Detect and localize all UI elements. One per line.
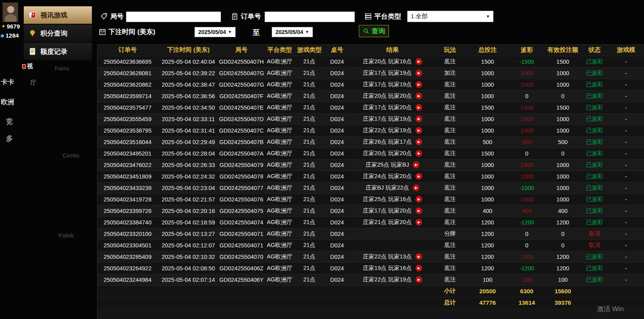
subtotal-row: 小计20500630015600 bbox=[97, 285, 644, 297]
play-type-cell: 底注 bbox=[434, 251, 466, 262]
replay-icon[interactable]: ▶ bbox=[415, 173, 422, 180]
bet-cell: 1500 bbox=[466, 102, 509, 113]
replay-icon[interactable]: ▶ bbox=[413, 161, 419, 168]
background-fragment: 厅 bbox=[30, 79, 36, 87]
date-from-picker[interactable]: 2025/05/04 ▼ bbox=[194, 27, 236, 37]
order-cell: 250504023599714 bbox=[97, 90, 158, 102]
summary-cell bbox=[295, 285, 323, 297]
round-cell: GD02425504074 bbox=[219, 216, 264, 228]
replay-icon[interactable]: ▶ bbox=[415, 207, 422, 214]
result-text: 庄家26点 玩家17点 bbox=[363, 139, 412, 145]
summary-cell bbox=[97, 285, 158, 297]
replay-icon[interactable]: ▶ bbox=[415, 70, 422, 76]
valid-bet-cell: 1500 bbox=[544, 102, 581, 113]
replay-icon[interactable]: ▶ bbox=[415, 81, 422, 88]
table-cell: D024 bbox=[323, 171, 351, 182]
play-type-cell: 底注 bbox=[434, 159, 466, 171]
table-row: 2505040235997142025-05-04 02:36:56GD0242… bbox=[97, 90, 644, 102]
table-body: 2505040236366952025-05-04 02:40:04GD0242… bbox=[97, 56, 644, 285]
game-cell: 21点 bbox=[295, 239, 323, 251]
sidebar-item-points-query[interactable]: 积分查询 bbox=[24, 25, 92, 42]
platform-list-icon bbox=[364, 13, 372, 20]
game-cell: 21点 bbox=[295, 159, 323, 171]
table-row: 2505040235387952025-05-04 02:31:41GD0242… bbox=[97, 125, 644, 136]
bet-cell: 1500 bbox=[466, 56, 509, 67]
result-cell bbox=[351, 239, 434, 251]
diamond-icon bbox=[28, 29, 37, 38]
blue-balance: ◆ 1284 bbox=[0, 32, 19, 39]
platform-select[interactable]: 1.全部 ▼ bbox=[407, 11, 493, 22]
order-cell: 250504023628081 bbox=[97, 67, 158, 79]
round-input[interactable] bbox=[126, 11, 221, 22]
replay-icon[interactable]: ▶ bbox=[415, 116, 422, 122]
replay-icon[interactable]: ▶ bbox=[415, 253, 422, 260]
sidebar-item-quota-records[interactable]: 额度记录 bbox=[24, 43, 92, 60]
platform-cell: AG欧洲厅 bbox=[264, 136, 295, 148]
table-cell: D024 bbox=[323, 228, 351, 239]
avatar[interactable] bbox=[2, 2, 18, 22]
bet-cell: 1000 bbox=[466, 67, 509, 79]
replay-icon[interactable]: ▶ bbox=[415, 104, 422, 111]
platform-cell: AG欧洲厅 bbox=[264, 113, 295, 125]
round-cell: GD0242550407C bbox=[219, 125, 264, 136]
replay-icon[interactable]: ▶ bbox=[413, 184, 419, 191]
play-type-cell: 底注 bbox=[434, 148, 466, 159]
result-cell: 庄家22点 玩家13点▶ bbox=[351, 251, 434, 262]
summary-cell bbox=[264, 297, 295, 308]
replay-icon[interactable]: ▶ bbox=[415, 58, 422, 65]
table-row: 2505040233201002025-05-04 02:13:27GD0242… bbox=[97, 228, 644, 239]
replay-icon[interactable]: ▶ bbox=[415, 139, 422, 145]
game-cell: 21点 bbox=[295, 216, 323, 228]
replay-icon[interactable]: ▶ bbox=[415, 196, 422, 203]
summary-cell: 47776 bbox=[466, 297, 509, 308]
game-cell: 21点 bbox=[295, 251, 323, 262]
round-cell: GD0242550406Z bbox=[219, 262, 264, 274]
platform-cell: AG欧洲厅 bbox=[264, 90, 295, 102]
replay-icon[interactable]: ▶ bbox=[415, 127, 422, 134]
order-cell: 250504023320100 bbox=[97, 228, 158, 239]
order-cell: 250504023264922 bbox=[97, 262, 158, 274]
search-icon bbox=[363, 28, 370, 34]
date-to-label: 至 bbox=[253, 28, 260, 37]
table-row: 2505040236366952025-05-04 02:40:04GD0242… bbox=[97, 56, 644, 67]
round-filter-label: 局号 bbox=[110, 12, 124, 21]
game-cell: 21点 bbox=[295, 262, 323, 274]
time-cell: 2025-05-04 02:39:22 bbox=[158, 67, 219, 79]
replay-icon[interactable]: ▶ bbox=[415, 265, 422, 272]
bet-cell: 1000 bbox=[466, 182, 509, 194]
result-cell: 庄家17点 玩家19点▶ bbox=[351, 67, 434, 79]
table-row: 2505040234952012025-05-04 02:28:04GD0242… bbox=[97, 148, 644, 159]
round-cell: GD02425504078 bbox=[219, 171, 264, 182]
round-cell: GD02425504079 bbox=[219, 159, 264, 171]
replay-icon[interactable]: ▶ bbox=[415, 150, 422, 157]
time-cell: 2025-05-04 02:34:50 bbox=[158, 102, 219, 113]
game-cell: 21点 bbox=[295, 102, 323, 113]
table-cell: D024 bbox=[323, 113, 351, 125]
tag-icon bbox=[100, 13, 108, 20]
gold-balance: ✦ 9679 bbox=[1, 23, 20, 30]
background-fragment: 卡卡 bbox=[1, 78, 14, 87]
payout-cell: -1000 bbox=[509, 182, 544, 194]
replay-icon[interactable]: ▶ bbox=[415, 219, 422, 226]
status-cell: 已派彩 bbox=[581, 56, 608, 67]
mode-cell: - bbox=[608, 205, 644, 216]
valid-bet-cell: 1200 bbox=[544, 251, 581, 262]
order-input[interactable] bbox=[265, 11, 355, 22]
game-cell: 21点 bbox=[295, 136, 323, 148]
background-fragment-faint: Falek bbox=[59, 232, 74, 239]
table-row: 2505040234197282025-05-04 02:21:57GD0242… bbox=[97, 194, 644, 205]
play-type-cell: 底注 bbox=[434, 102, 466, 113]
payout-cell: -1200 bbox=[509, 262, 544, 274]
replay-icon[interactable]: ▶ bbox=[415, 93, 422, 99]
search-button[interactable]: 查询 bbox=[359, 25, 389, 37]
order-cell: 250504023555459 bbox=[97, 113, 158, 125]
date-to-picker[interactable]: 2025/05/04 ▼ bbox=[272, 27, 313, 37]
order-cell: 250504023285409 bbox=[97, 251, 158, 262]
result-text: 庄家19点 玩家16点 bbox=[363, 265, 412, 271]
bet-cell: 500 bbox=[466, 136, 509, 148]
status-cell: 已派彩 bbox=[581, 148, 608, 159]
replay-icon[interactable]: ▶ bbox=[415, 276, 422, 283]
sidebar-item-video-games[interactable]: 9 视讯游戏 bbox=[24, 6, 92, 24]
payout-cell: 1500 bbox=[509, 159, 544, 171]
sidebar-menu: 9 视讯游戏 积分查询 额度记录 bbox=[24, 6, 92, 61]
